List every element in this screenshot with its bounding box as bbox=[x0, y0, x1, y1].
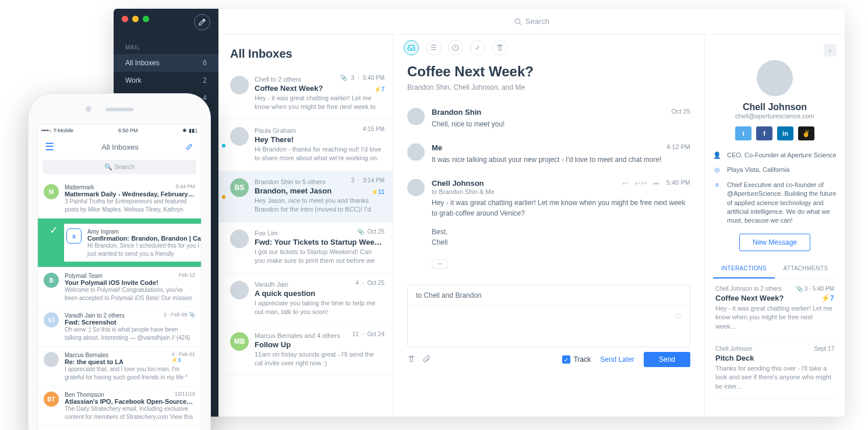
message-item[interactable]: Varadh Jain A quick question I appreciat… bbox=[218, 274, 393, 325]
bolt-icon: ⚡7 bbox=[821, 294, 834, 302]
message-meta: 4· Oct 25 bbox=[355, 280, 384, 286]
message-subject: Coffee Next Week? bbox=[255, 84, 382, 93]
maximize-window-icon[interactable] bbox=[143, 16, 149, 22]
message-count: 3 bbox=[351, 75, 354, 81]
search-icon bbox=[514, 17, 522, 26]
phone-statusbar: ••••○ T-Mobile 6:50 PM ✱ ▮▮▯ bbox=[38, 125, 201, 136]
twitter-icon[interactable]: t bbox=[735, 126, 751, 140]
track-label: Track bbox=[574, 355, 591, 364]
inbox-icon[interactable] bbox=[404, 40, 419, 55]
phone-msg-preview: Welcome to Polymail! Congratulations, yo… bbox=[65, 286, 195, 301]
new-message-button[interactable]: New Message bbox=[739, 234, 810, 251]
forward-icon[interactable]: ➦ bbox=[653, 179, 659, 188]
message-item[interactable]: Paula Graham Hey There! Hi Brandon - tha… bbox=[218, 120, 393, 171]
other-social-icon[interactable]: ✌ bbox=[798, 126, 814, 140]
interaction-item[interactable]: Chell Johnson to 2 others 3 · 5:40 PM Co… bbox=[713, 279, 837, 339]
reply-icon[interactable]: ↩ bbox=[622, 179, 629, 188]
contact-email: chell@aperturescience.com bbox=[713, 112, 837, 119]
contact-panel: › Chell Johnson chell@aperturescience.co… bbox=[705, 34, 845, 417]
phone-msg-from: Polymail Team bbox=[65, 273, 195, 279]
check-icon[interactable]: ✓ bbox=[470, 40, 485, 55]
phone-msg-preview: Oh wow :) So this is what people have be… bbox=[65, 326, 195, 341]
sidebar-item-all-inboxes[interactable]: All Inboxes 6 bbox=[114, 54, 218, 72]
interaction-subject: Coffee Next Week? ⚡7 bbox=[715, 294, 834, 302]
send-button[interactable]: Send bbox=[644, 352, 690, 367]
phone-message-item[interactable]: B Polymail Team Your Polymail iOS Invite… bbox=[38, 267, 201, 307]
phone-message-item[interactable]: VJ Varadh Jain to 2 others Fwd: Screensh… bbox=[38, 307, 201, 347]
compose-button[interactable] bbox=[194, 14, 210, 30]
contact-job: CEO, Co-Founder at Aperture Science bbox=[727, 151, 837, 160]
message-time: Oct 25 bbox=[368, 280, 384, 286]
phone-msg-subject: Fwd: Screenshot bbox=[65, 319, 195, 326]
phone-message-item[interactable]: M Mattermark Mattermark Daily - Wednesda… bbox=[38, 179, 201, 218]
message-preview: I got our tickets to Startup Weekend! Ca… bbox=[255, 248, 382, 265]
track-toggle[interactable]: ✓ Track bbox=[562, 355, 591, 364]
emoji-icon[interactable]: ☺ bbox=[673, 311, 683, 321]
thread-message[interactable]: Chell Johnson to Brandon Shin & Me ↩ ↩↩ … bbox=[393, 172, 704, 255]
thread-msg-from: Me bbox=[432, 143, 659, 152]
list-icon[interactable]: ☰ bbox=[426, 40, 441, 55]
phone-msg-time: 4 · Feb 01⚡3 bbox=[171, 351, 195, 363]
avatar: M bbox=[44, 184, 59, 199]
avatar: BT bbox=[44, 392, 59, 407]
tab-interactions[interactable]: INTERACTIONS bbox=[713, 259, 775, 279]
phone-msg-preview: I appreciate that, and I love you too ma… bbox=[65, 365, 195, 380]
unread-dot-icon bbox=[222, 144, 225, 147]
thread-message[interactable]: Me 4:12 PM It was nice talking about you… bbox=[393, 136, 704, 172]
facebook-icon[interactable]: f bbox=[756, 126, 772, 140]
person-icon: 👤 bbox=[713, 151, 721, 160]
phone-message-item[interactable]: ✓x Amy Ingram Confirmation: Brandon, Bra… bbox=[38, 218, 201, 267]
send-later-button[interactable]: Send Later bbox=[600, 355, 634, 364]
sidebar-item-count: 6 bbox=[203, 59, 207, 67]
minimize-window-icon[interactable] bbox=[132, 16, 139, 22]
thread-toolbar: ☰ ✓ bbox=[393, 34, 704, 61]
phone-msg-time: 12/11/15 bbox=[175, 391, 195, 397]
menu-icon[interactable]: ☰ bbox=[45, 140, 54, 153]
phone-search[interactable]: 🔍 Search bbox=[43, 160, 196, 174]
sidebar-item-label: All Inboxes bbox=[125, 59, 160, 67]
location-icon: ◎ bbox=[713, 165, 721, 174]
phone-screen: ••••○ T-Mobile 6:50 PM ✱ ▮▮▯ ☰ All Inbox… bbox=[37, 124, 202, 430]
message-meta: 11· Oct 24 bbox=[352, 331, 384, 337]
message-subject: Follow Up bbox=[255, 340, 382, 349]
thread-participants: Brandon Shin, Chell Johnson, and Me bbox=[393, 83, 704, 101]
checkbox-checked-icon: ✓ bbox=[562, 355, 570, 364]
phone-msg-subject: Your Polymail iOS Invite Code! bbox=[65, 279, 195, 286]
expand-quoted-icon[interactable]: ••• bbox=[432, 259, 448, 269]
attach-icon[interactable] bbox=[422, 355, 431, 365]
close-window-icon[interactable] bbox=[122, 16, 128, 22]
message-preview: 11am on friday sounds great - I'll send … bbox=[255, 350, 382, 368]
thread-msg-from: Chell Johnson bbox=[432, 179, 615, 188]
message-time: Oct 25 bbox=[368, 228, 384, 235]
statusbar-time: 6:50 PM bbox=[118, 128, 138, 133]
compose-to[interactable]: to Chell and Brandon bbox=[408, 286, 690, 306]
search-bar[interactable]: Search bbox=[218, 9, 845, 34]
linkedin-icon[interactable]: in bbox=[777, 126, 793, 140]
compose-icon[interactable] bbox=[186, 142, 194, 151]
phone-message-item[interactable]: B Polymail Team 📮 Polymail is on Product… bbox=[38, 426, 201, 430]
interaction-item[interactable]: Chell Johnson Sept 17 Pitch Deck Thanks … bbox=[713, 339, 837, 399]
message-item[interactable]: Foo Lim Fwd: Your Tickets to Startup Wee… bbox=[218, 223, 393, 274]
clock-icon[interactable] bbox=[448, 40, 463, 55]
chevron-right-icon[interactable]: › bbox=[824, 44, 837, 57]
compose-textarea[interactable]: ☺ bbox=[408, 306, 690, 347]
message-item[interactable]: Chell to 2 others Coffee Next Week? Hey … bbox=[218, 69, 393, 120]
phone-message-item[interactable]: Marcus Bernales Re: the quest to LA I ap… bbox=[38, 347, 201, 386]
reply-all-icon[interactable]: ↩↩ bbox=[634, 179, 647, 188]
interaction-subject: Pitch Deck bbox=[715, 354, 834, 362]
phone-msg-time: 2 · Feb 09 📎 bbox=[164, 312, 195, 318]
message-time: 4:15 PM bbox=[363, 126, 384, 132]
message-item[interactable]: MB Marcus Bernales and 4 others Follow U… bbox=[218, 325, 393, 376]
interaction-preview: Hey - it was great chatting earlier! Let… bbox=[715, 304, 834, 331]
delete-draft-icon[interactable] bbox=[407, 355, 415, 365]
message-item[interactable]: BS Brandon Shin to 5 others Brandon, mee… bbox=[218, 171, 393, 223]
phone-msg-from: Amy Ingram bbox=[87, 228, 201, 235]
trash-icon[interactable] bbox=[492, 40, 507, 55]
tab-attachments[interactable]: ATTACHMENTS bbox=[775, 259, 837, 279]
phone-header: ☰ All Inboxes bbox=[38, 136, 201, 157]
thread-message[interactable]: Brandon Shin Oct 25 Chell, nice to meet … bbox=[393, 101, 704, 136]
message-subject: Brandon, meet Jason bbox=[255, 186, 382, 195]
avatar bbox=[407, 108, 425, 125]
phone-message-item[interactable]: BT Ben Thompson Atlassian's IPO, Faceboo… bbox=[38, 386, 201, 426]
sidebar-item-work[interactable]: Work 2 bbox=[114, 72, 218, 89]
